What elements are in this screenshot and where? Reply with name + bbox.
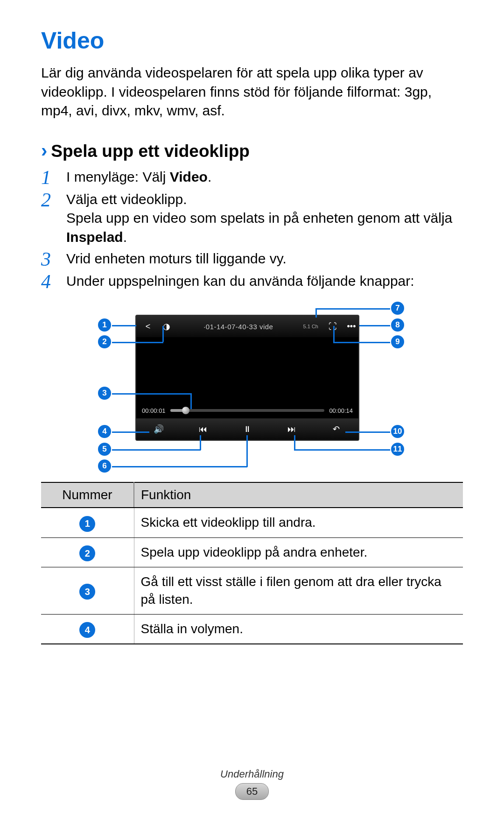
th-number: Nummer <box>41 482 134 508</box>
page-number: 65 <box>235 783 269 800</box>
callout-6: 6 <box>97 459 112 474</box>
table-row: 4 Ställa in volymen. <box>41 614 463 644</box>
callout-2: 2 <box>97 334 112 349</box>
step-text: Under uppspelningen kan du använda följa… <box>66 273 414 289</box>
footer-section: Underhållning <box>0 768 504 780</box>
video-area <box>136 337 358 403</box>
more-icon: ••• <box>344 319 358 333</box>
callout-8: 8 <box>390 318 405 332</box>
step-post: . <box>208 169 211 184</box>
row-text: Spela upp videoklipp på andra enheter. <box>134 537 463 567</box>
player-diagram: < ◑ ·01-14-07-40-33 vide 5.1 Ch ⛶ ••• 00… <box>47 300 457 468</box>
step-3: 3 Vrid enheten moturs till liggande vy. <box>41 249 463 269</box>
row-badge: 1 <box>79 516 95 532</box>
row-badge: 3 <box>79 584 95 600</box>
progress-handle <box>182 407 189 414</box>
callout-4: 4 <box>97 424 112 439</box>
callout-7: 7 <box>390 301 405 316</box>
callout-11: 11 <box>390 442 405 457</box>
callout-3: 3 <box>97 386 112 401</box>
table-row: 1 Skicka ett videoklipp till andra. <box>41 508 463 537</box>
callout-5: 5 <box>97 442 112 457</box>
callout-1: 1 <box>97 318 112 332</box>
page-title: Video <box>41 27 463 54</box>
step-1: 1 I menyläge: Välj Video. <box>41 168 463 187</box>
step-post: . <box>123 229 127 245</box>
step-num: 4 <box>41 272 66 291</box>
player-title: ·01-14-07-40-33 vide <box>174 323 303 331</box>
progress-bar-row: 00:00:01 00:00:14 <box>136 403 358 418</box>
steps-list: 1 I menyläge: Välj Video. 2 Välja ett vi… <box>41 168 463 292</box>
page-footer: Underhållning 65 <box>0 768 504 800</box>
pause-icon: ⏸ <box>238 424 257 434</box>
player-topbar: < ◑ ·01-14-07-40-33 vide 5.1 Ch ⛶ ••• <box>136 316 358 337</box>
section-title: Spela upp ett videoklipp <box>51 141 250 161</box>
next-icon: ⏭ <box>282 424 301 434</box>
time-total: 00:00:14 <box>329 407 353 414</box>
step-2: 2 Välja ett videoklipp. Spela upp en vid… <box>41 190 463 247</box>
channel-label: 5.1 Ch <box>303 324 318 329</box>
row-text: Gå till ett visst ställe i filen genom a… <box>134 567 463 615</box>
callout-10: 10 <box>390 424 405 439</box>
section-heading: › Spela upp ett videoklipp <box>41 141 463 161</box>
row-badge: 2 <box>79 545 95 561</box>
time-elapsed: 00:00:01 <box>142 407 166 414</box>
back-icon: ↶ <box>327 424 345 434</box>
row-text: Skicka ett videoklipp till andra. <box>134 508 463 537</box>
step-4: 4 Under uppspelningen kan du använda föl… <box>41 272 463 291</box>
table-row: 2 Spela upp videoklipp på andra enheter. <box>41 537 463 567</box>
step-text: I menyläge: Välj <box>66 169 170 184</box>
th-function: Funktion <box>134 482 463 508</box>
row-text: Ställa in volymen. <box>134 614 463 644</box>
step-num: 1 <box>41 168 66 187</box>
step-text: Vrid enheten moturs till liggande vy. <box>66 251 287 266</box>
row-badge: 4 <box>79 622 95 638</box>
share-icon: < <box>141 319 155 333</box>
volume-icon: 🔊 <box>149 424 168 434</box>
chevron-icon: › <box>41 141 47 160</box>
progress-track <box>170 409 325 412</box>
step-text: Välja ett videoklipp. Spela upp en video… <box>66 191 452 226</box>
step-num: 3 <box>41 249 66 269</box>
prev-icon: ⏮ <box>194 424 212 434</box>
intro-paragraph: Lär dig använda videospelaren för att sp… <box>41 64 463 120</box>
callout-9: 9 <box>390 334 405 349</box>
dlna-icon: ◑ <box>160 319 174 333</box>
step-num: 2 <box>41 190 66 247</box>
table-row: 3 Gå till ett visst ställe i filen genom… <box>41 567 463 615</box>
video-player: < ◑ ·01-14-07-40-33 vide 5.1 Ch ⛶ ••• 00… <box>135 315 359 441</box>
step-bold: Inspelad <box>66 229 123 245</box>
function-table: Nummer Funktion 1 Skicka ett videoklipp … <box>41 482 463 644</box>
step-bold: Video <box>170 169 208 184</box>
fullscreen-icon: ⛶ <box>326 319 340 333</box>
